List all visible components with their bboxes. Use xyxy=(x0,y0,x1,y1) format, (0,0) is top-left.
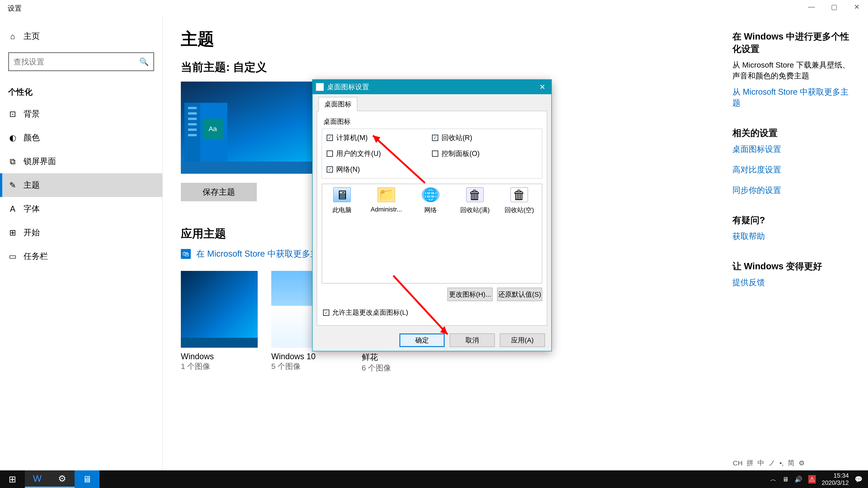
rp-link-feedback[interactable]: 提供反馈 xyxy=(733,277,855,288)
dialog-close-button[interactable]: ✕ xyxy=(533,80,551,94)
theme-card-windows[interactable]: Windows 1 个图像 xyxy=(181,271,258,373)
theme-name: 鲜花 xyxy=(362,352,438,363)
change-icon-button[interactable]: 更改图标(H)... xyxy=(447,288,493,301)
taskbar-app-display[interactable]: 🖥 xyxy=(74,470,99,488)
palette-icon: ◐ xyxy=(8,133,17,142)
icon-label: 网络 xyxy=(415,206,446,215)
chk-label: 用户的文件(U) xyxy=(336,149,381,158)
titlebar: 设置 — ▢ ✕ xyxy=(0,0,868,17)
theme-count: 5 个图像 xyxy=(271,361,348,372)
rp-link-high-contrast[interactable]: 高对比度设置 xyxy=(733,164,855,175)
sidebar: ⌂ 主页 🔍 个性化 ⊡ 背景 ◐ 颜色 ⧉ 锁屏界面 ✎ 主题 xyxy=(0,17,163,470)
ok-button[interactable]: 确定 xyxy=(399,333,445,347)
nav-category: 个性化 xyxy=(0,71,162,102)
clock-date: 2020/3/12 xyxy=(822,479,849,486)
taskbar-clock[interactable]: 15:34 2020/3/12 xyxy=(822,472,849,487)
action-center-icon[interactable]: 💬 xyxy=(855,476,863,483)
taskbar: ⊞ W ⚙ 🖥 ︿ 🖥 🔊 ⚠ 15:34 2020/3/12 💬 xyxy=(0,470,868,488)
page-title: 主题 xyxy=(181,28,714,51)
chk-allow-themes[interactable]: ✓ xyxy=(323,310,329,316)
chk-computer[interactable]: ✓计算机(M) xyxy=(327,133,432,142)
taskbar-nav-icon: ▭ xyxy=(8,252,17,261)
taskbar-app-settings[interactable]: ⚙ xyxy=(50,470,74,488)
icon-user-folder[interactable]: 📁Administr... xyxy=(370,187,402,213)
store-link[interactable]: 在 Microsoft Store 中获取更多主题 xyxy=(196,248,328,260)
clock-time: 15:34 xyxy=(822,472,849,479)
chk-label: 回收站(R) xyxy=(441,133,472,142)
picture-icon: ⊡ xyxy=(8,109,17,119)
theme-thumb xyxy=(181,271,258,348)
nav-start[interactable]: ⊞ 开始 xyxy=(0,221,162,245)
icon-preview-list[interactable]: 🖥此电脑 📁Administr... 🌐网络 🗑回收站(满) 🗑回收站(空) xyxy=(322,184,542,284)
dialog-tab-desktop-icons[interactable]: 桌面图标 xyxy=(318,97,358,111)
rp-link-store[interactable]: 从 Microsoft Store 中获取更多主题 xyxy=(733,87,855,109)
dialog-titlebar[interactable]: 桌面图标设置 xyxy=(313,80,551,94)
font-icon: A xyxy=(8,204,17,214)
icon-recycle-full[interactable]: 🗑回收站(满) xyxy=(459,187,491,215)
save-theme-button[interactable]: 保存主题 xyxy=(181,183,257,201)
nav-colors[interactable]: ◐ 颜色 xyxy=(0,126,162,150)
nav-label: 字体 xyxy=(24,203,40,215)
tray-network-icon[interactable]: 🖥 xyxy=(782,476,789,483)
nav-background[interactable]: ⊡ 背景 xyxy=(0,102,162,126)
maximize-button[interactable]: ▢ xyxy=(823,0,845,13)
nav-label: 锁屏界面 xyxy=(24,156,56,167)
nav-fonts[interactable]: A 字体 xyxy=(0,197,162,221)
store-icon: 🛍 xyxy=(181,249,191,259)
taskbar-app-wps[interactable]: W xyxy=(25,470,50,488)
rp-desc: 从 Microsoft Store 下载兼具壁纸、声音和颜色的免费主题 xyxy=(733,60,855,81)
theme-count: 6 个图像 xyxy=(362,363,438,373)
start-button[interactable]: ⊞ xyxy=(0,470,25,488)
search-icon: 🔍 xyxy=(139,57,149,66)
tray-security-icon[interactable]: ⚠ xyxy=(808,475,816,484)
home-icon: ⌂ xyxy=(8,32,17,41)
related-pane: 在 Windows 中进行更多个性化设置 从 Microsoft Store 下… xyxy=(733,17,868,470)
icon-label: Administr... xyxy=(370,206,402,213)
search-box[interactable]: 🔍 xyxy=(8,52,154,71)
theme-name: Windows xyxy=(181,352,258,361)
preview-tile: Aa xyxy=(203,119,223,139)
cancel-button[interactable]: 取消 xyxy=(450,333,495,347)
nav-label: 颜色 xyxy=(24,132,40,143)
nav-home[interactable]: ⌂ 主页 xyxy=(0,26,162,47)
nav-lockscreen[interactable]: ⧉ 锁屏界面 xyxy=(0,150,162,173)
chk-network[interactable]: ✓网络(N) xyxy=(327,165,432,174)
theme-name: Windows 10 xyxy=(271,352,348,361)
rp-heading-feedback: 让 Windows 变得更好 xyxy=(733,260,855,272)
rp-heading-personalize: 在 Windows 中进行更多个性化设置 xyxy=(733,30,855,55)
nav-taskbar[interactable]: ▭ 任务栏 xyxy=(0,245,162,268)
checkbox-group: ✓计算机(M) ✓回收站(R) 用户的文件(U) 控制面板(O) ✓网络(N) xyxy=(322,129,542,179)
nav-home-label: 主页 xyxy=(24,31,40,42)
icon-network[interactable]: 🌐网络 xyxy=(415,187,446,215)
chk-controlpanel[interactable]: 控制面板(O) xyxy=(432,149,537,158)
chk-label: 计算机(M) xyxy=(336,133,368,142)
rp-link-help[interactable]: 获取帮助 xyxy=(733,231,855,242)
dialog-icon xyxy=(316,83,324,91)
nav-themes[interactable]: ✎ 主题 xyxy=(0,173,162,197)
tray-volume-icon[interactable]: 🔊 xyxy=(795,476,802,483)
chk-userfiles[interactable]: 用户的文件(U) xyxy=(327,149,432,158)
icon-label: 回收站(满) xyxy=(459,206,491,215)
icon-label: 回收站(空) xyxy=(503,206,535,215)
rp-link-sync[interactable]: 同步你的设置 xyxy=(733,185,855,196)
search-input[interactable] xyxy=(13,57,139,66)
icon-this-pc[interactable]: 🖥此电脑 xyxy=(326,187,358,215)
desktop-icon-settings-dialog: 桌面图标设置 ✕ 桌面图标 桌面图标 ✓计算机(M) ✓回收站(R) 用户的文件… xyxy=(312,79,552,351)
allow-themes-label: 允许主题更改桌面图标(L) xyxy=(332,308,408,317)
nav-label: 主题 xyxy=(24,180,40,191)
chk-label: 控制面板(O) xyxy=(441,149,480,158)
tray-chevron-icon[interactable]: ︿ xyxy=(770,475,776,484)
icon-recycle-empty[interactable]: 🗑回收站(空) xyxy=(503,187,535,215)
restore-defaults-button[interactable]: 还原默认值(S) xyxy=(497,288,542,301)
rp-heading-help: 有疑问? xyxy=(733,214,855,226)
chk-label: 网络(N) xyxy=(336,165,360,174)
current-theme-heading: 当前主题: 自定义 xyxy=(181,60,714,75)
chk-recycle[interactable]: ✓回收站(R) xyxy=(432,133,537,142)
icon-label: 此电脑 xyxy=(326,206,358,215)
rp-link-desktop-icons[interactable]: 桌面图标设置 xyxy=(733,144,855,155)
ime-indicator-strip[interactable]: CH 拼 中 ノ •, 简 ⚙ xyxy=(733,458,805,468)
close-button[interactable]: ✕ xyxy=(845,0,868,13)
apply-button[interactable]: 应用(A) xyxy=(500,333,545,347)
minimize-button[interactable]: — xyxy=(800,0,823,13)
theme-count: 1 个图像 xyxy=(181,361,258,372)
